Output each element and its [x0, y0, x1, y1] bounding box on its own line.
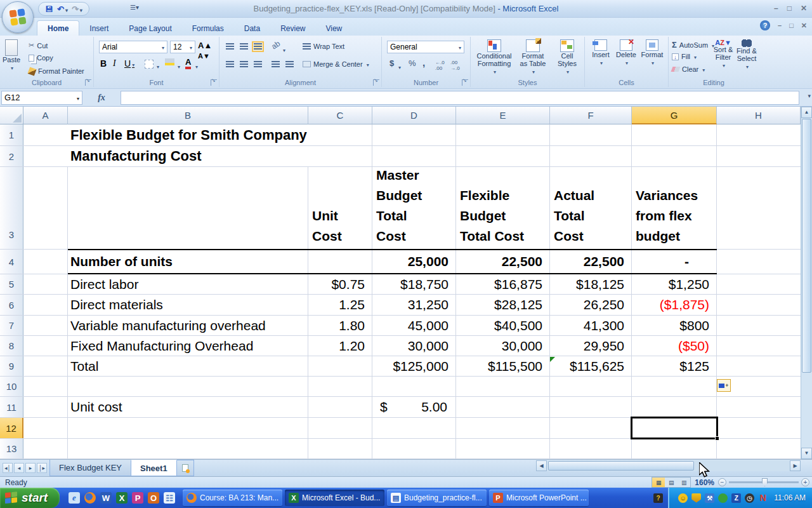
column-header-h[interactable]: H: [717, 107, 801, 124]
antivirus-tray-icon[interactable]: [718, 493, 728, 503]
prev-sheet-button[interactable]: ◂: [14, 463, 24, 473]
align-left-icon[interactable]: [226, 61, 234, 68]
cell-f8[interactable]: 29,950: [550, 336, 632, 356]
fill-handle[interactable]: [715, 436, 719, 441]
row-header-6[interactable]: 6: [0, 295, 23, 315]
cell-c7[interactable]: 1.80: [308, 316, 372, 335]
minimize-button[interactable]: –: [774, 4, 778, 13]
cell-f4[interactable]: 22,500: [550, 250, 632, 274]
column-header-g[interactable]: G: [632, 107, 717, 124]
cell-b8[interactable]: Fixed Manufacturing Overhead: [68, 336, 308, 356]
cell-d4[interactable]: 25,000: [372, 250, 456, 274]
cell-e3[interactable]: Flexible Budget Total Cost: [456, 167, 550, 249]
next-sheet-button[interactable]: ▸: [25, 463, 36, 473]
workbook-close-button[interactable]: ✕: [801, 22, 807, 30]
select-all-corner[interactable]: [0, 107, 23, 124]
cut-button[interactable]: ✂ Cut: [27, 41, 49, 50]
insert-worksheet-button[interactable]: [176, 460, 194, 476]
accounting-format-icon[interactable]: $: [390, 58, 394, 68]
row-header-1[interactable]: 1: [0, 124, 23, 145]
scroll-up-icon[interactable]: ▲: [801, 107, 812, 118]
security-shield-tray-icon[interactable]: [691, 493, 701, 503]
vertical-scroll-thumb[interactable]: [802, 119, 811, 373]
cell-b4[interactable]: Number of units: [68, 250, 308, 274]
borders-icon[interactable]: [145, 60, 154, 69]
explorer-icon[interactable]: ☷: [164, 492, 175, 504]
page-layout-view-icon[interactable]: ▤: [665, 478, 678, 487]
cell-g6[interactable]: ($1,875): [632, 295, 717, 315]
cell-e4[interactable]: 22,500: [456, 250, 550, 274]
font-dialog-launcher[interactable]: [211, 79, 217, 86]
copy-button[interactable]: Copy: [27, 53, 55, 62]
clipboard-dialog-launcher[interactable]: [85, 79, 91, 86]
row-header-12[interactable]: 12: [0, 418, 23, 438]
start-button[interactable]: start: [0, 488, 60, 508]
column-header-f[interactable]: F: [550, 107, 632, 124]
decrease-indent-icon[interactable]: [272, 61, 280, 68]
tab-review[interactable]: Review: [270, 21, 315, 36]
outlook-icon[interactable]: O: [148, 492, 159, 504]
cell-g8[interactable]: ($50): [632, 336, 717, 356]
cell-f5[interactable]: $18,125: [550, 274, 632, 294]
norton-tray-icon[interactable]: N: [758, 493, 768, 503]
messenger-tray-icon[interactable]: ☺: [678, 493, 688, 503]
cell-b6[interactable]: Direct materials: [68, 295, 308, 315]
help-icon[interactable]: ?: [760, 20, 770, 30]
cell-d3[interactable]: Master Budget Total Cost: [372, 167, 456, 249]
cell-b9[interactable]: Total: [68, 356, 308, 376]
row-header-9[interactable]: 9: [0, 356, 23, 376]
help-tray-icon[interactable]: ?: [653, 493, 663, 503]
taskbar-window-powerpoint[interactable]: P Microsoft PowerPoint ...: [489, 490, 589, 506]
font-color-icon[interactable]: A: [185, 57, 191, 69]
number-dialog-launcher[interactable]: [462, 79, 468, 86]
font-size-select[interactable]: 12: [170, 41, 195, 53]
internet-explorer-icon[interactable]: e: [69, 492, 80, 504]
scroll-left-icon[interactable]: ◀: [536, 460, 547, 471]
cell-b7[interactable]: Variable manufacturing overhead: [68, 316, 308, 335]
wrap-text-button[interactable]: Wrap Text: [301, 42, 346, 51]
cell-f9[interactable]: $115,625: [550, 356, 632, 376]
row-header-2[interactable]: 2: [0, 146, 23, 166]
scroll-down-icon[interactable]: ▼: [801, 448, 812, 459]
percent-style-icon[interactable]: %: [409, 58, 416, 68]
excel-icon[interactable]: X: [116, 492, 128, 504]
row-header-8[interactable]: 8: [0, 336, 23, 356]
expand-formula-bar-icon[interactable]: ▾: [808, 93, 811, 99]
cell-f6[interactable]: 26,250: [550, 295, 632, 315]
cell-g5[interactable]: $1,250: [632, 274, 717, 294]
zoom-in-icon[interactable]: +: [801, 478, 809, 486]
alignment-dialog-launcher[interactable]: [373, 79, 379, 86]
row-header-13[interactable]: 13: [0, 439, 23, 458]
cell-f7[interactable]: 41,300: [550, 316, 632, 335]
workbook-minimize-button[interactable]: –: [778, 22, 782, 29]
insert-cells-button[interactable]: Insert: [589, 39, 613, 66]
normal-view-icon[interactable]: ▦: [652, 478, 665, 487]
cell-g9[interactable]: $125: [632, 356, 717, 376]
sheet-tab-sheet1[interactable]: Sheet1: [131, 460, 177, 476]
fill-color-icon[interactable]: [165, 58, 174, 65]
scroll-right-icon[interactable]: ▶: [790, 460, 801, 471]
column-header-c[interactable]: C: [308, 107, 372, 124]
grow-font-icon[interactable]: A▲: [198, 41, 212, 50]
cell-c3[interactable]: Unit Cost: [308, 167, 372, 249]
align-middle-icon[interactable]: [240, 43, 248, 50]
sheet-tab-flex-budget-key[interactable]: Flex Budget KEY: [49, 460, 131, 476]
row-header-11[interactable]: 11: [0, 397, 23, 417]
restore-button[interactable]: □: [787, 4, 792, 13]
align-center-icon[interactable]: [240, 61, 248, 68]
tools-tray-icon[interactable]: ⚒: [705, 493, 714, 503]
tab-formulas[interactable]: Formulas: [182, 21, 234, 36]
bold-button[interactable]: B: [100, 58, 107, 69]
merge-center-button[interactable]: Merge & Center: [301, 60, 371, 69]
vertical-scrollbar[interactable]: ▲ ▼: [801, 107, 812, 459]
paste-button[interactable]: Paste: [3, 39, 20, 71]
format-painter-button[interactable]: Format Painter: [27, 67, 86, 76]
italic-button[interactable]: I: [113, 58, 116, 69]
word-icon[interactable]: W: [100, 492, 112, 504]
name-box[interactable]: G12: [1, 91, 82, 105]
delete-cells-button[interactable]: ✕ Delete: [614, 39, 638, 66]
find-select-button[interactable]: Find & Select: [735, 39, 759, 70]
selected-cell-g12[interactable]: [631, 417, 718, 439]
cell-d8[interactable]: 30,000: [372, 336, 456, 356]
orientation-icon[interactable]: ab: [270, 39, 282, 51]
